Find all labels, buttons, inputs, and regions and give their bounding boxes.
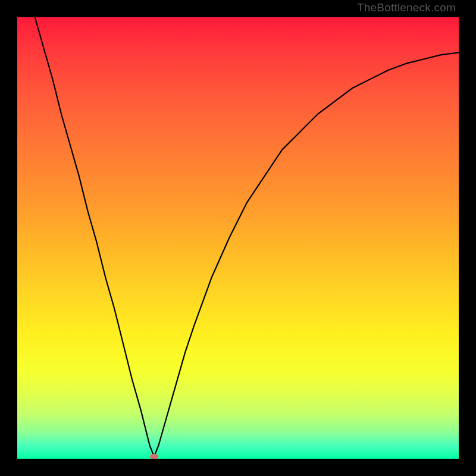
bottleneck-curve [17,17,459,459]
watermark-text: TheBottleneck.com [357,1,456,14]
chart-container: TheBottleneck.com [0,0,476,476]
minimum-marker [150,454,158,459]
plot-area [17,17,459,459]
